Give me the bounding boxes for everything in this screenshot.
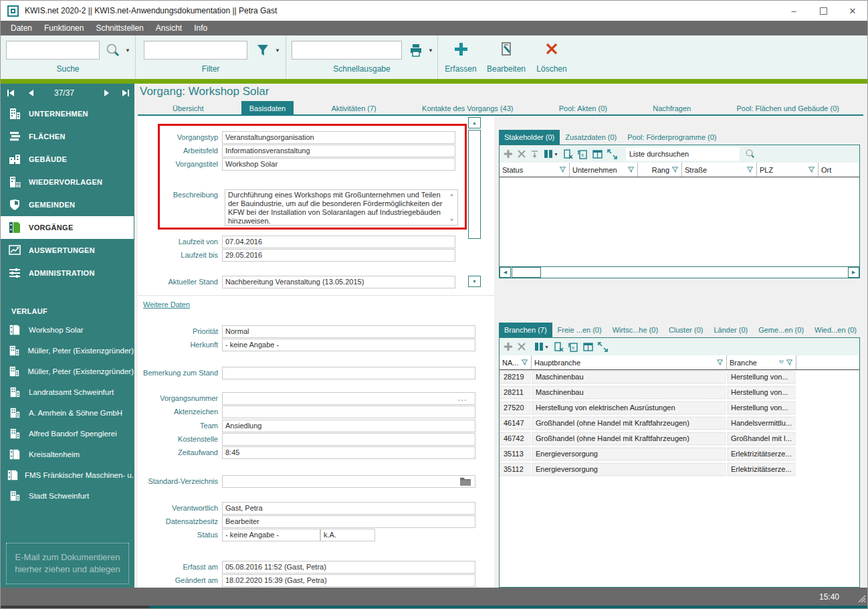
quickoutput-dropdown-caret[interactable]: ▼ xyxy=(428,48,433,54)
table-view-icon[interactable] xyxy=(583,342,593,352)
team-input[interactable] xyxy=(222,420,475,432)
sidebar-item-flaechen[interactable]: FLÄCHEN xyxy=(1,125,134,148)
kostenstelle-input[interactable] xyxy=(222,433,475,446)
status-input[interactable] xyxy=(222,529,320,541)
history-item[interactable]: Müller, Peter (Existenzgründer) xyxy=(1,361,134,381)
zeitaufwand-input[interactable] xyxy=(222,446,475,459)
stakeholder-hscrollbar[interactable]: ◀ ▶ xyxy=(500,266,859,278)
prev-record-icon[interactable] xyxy=(25,87,37,99)
remove-icon[interactable] xyxy=(518,150,526,158)
table-row[interactable]: 35113EnergieversorgungErlektrizitätserze… xyxy=(500,447,857,462)
table-row[interactable]: 35112EnergieversorgungErlektrizitätserze… xyxy=(500,462,857,478)
columns-icon[interactable]: ▼ xyxy=(534,342,549,351)
first-record-icon[interactable] xyxy=(5,87,17,99)
column-header-status[interactable]: Status xyxy=(500,163,570,177)
history-item[interactable]: Alfred Bandorf Spenglerei xyxy=(1,423,134,444)
list-search-input[interactable] xyxy=(626,147,740,161)
fullscreen-icon[interactable] xyxy=(598,342,608,352)
menu-daten[interactable]: Daten xyxy=(5,21,38,35)
laufzeit-von-input[interactable] xyxy=(222,236,455,248)
history-item[interactable]: A. Amrhein & Söhne GmbH xyxy=(1,402,134,423)
table-row[interactable]: 27520Herstellung von elektrischen Ausrüs… xyxy=(500,401,857,416)
scroll-right-icon[interactable]: ▶ xyxy=(848,267,859,278)
remove-column-icon[interactable] xyxy=(554,342,564,352)
column-header-rang[interactable]: Rang xyxy=(638,163,682,177)
excel-export-icon[interactable]: x xyxy=(578,149,588,159)
vorgangstyp-input[interactable] xyxy=(222,131,455,144)
tab-pool-akten[interactable]: Pool: Akten (0) xyxy=(551,101,615,114)
excel-export-icon[interactable]: x xyxy=(568,342,578,352)
textarea-scroll-up-icon[interactable]: ▲ xyxy=(449,192,454,197)
column-header-ort[interactable]: Ort xyxy=(819,163,857,177)
filter-funnel-icon[interactable] xyxy=(255,42,271,60)
table-row[interactable]: 28219MaschinenbauHerstellung von... xyxy=(500,370,857,385)
weitere-daten-link[interactable]: Weitere Daten xyxy=(143,300,190,309)
sidebar-item-gemeinden[interactable]: GEMEINDEN xyxy=(1,193,134,216)
vorgangsnummer-input[interactable] xyxy=(222,392,475,405)
arbeitsfeld-input[interactable] xyxy=(222,145,455,157)
close-button[interactable]: ✕ xyxy=(838,1,867,21)
erfasst-am-input[interactable] xyxy=(222,561,475,574)
more-options-icon[interactable]: ... xyxy=(458,395,467,402)
textarea-scroll-down-icon[interactable]: ▼ xyxy=(449,217,454,222)
scrollbar-thumb[interactable] xyxy=(468,130,481,239)
column-header-plz[interactable]: PLZ xyxy=(757,163,819,177)
tab-cluster[interactable]: Cluster (0) xyxy=(663,323,708,337)
search-icon[interactable] xyxy=(105,42,121,60)
quickoutput-input[interactable] xyxy=(292,41,402,60)
tab-laender[interactable]: Länder (0) xyxy=(708,323,753,337)
menu-ansicht[interactable]: Ansicht xyxy=(150,21,188,35)
tab-pool-foerderprogramme[interactable]: Pool: Förderprogramme (0) xyxy=(622,130,722,145)
maximize-button[interactable] xyxy=(808,1,838,21)
column-header-nace[interactable]: NA... xyxy=(500,355,532,369)
tab-uebersicht[interactable]: Übersicht xyxy=(165,101,211,114)
tab-freie[interactable]: Freie ...en (0) xyxy=(552,323,607,337)
history-item[interactable]: Workshop Solar xyxy=(1,319,134,340)
printer-icon[interactable] xyxy=(408,42,424,60)
table-row[interactable]: 46742Großhandel (ohne Handel mit Kraftfa… xyxy=(500,432,857,447)
menu-info[interactable]: Info xyxy=(188,21,213,35)
bemerkung-input[interactable] xyxy=(222,367,475,379)
menu-schnittstellen[interactable]: Schnittstellen xyxy=(90,21,149,35)
tab-wirtschaftszweige[interactable]: Wirtsc...he (0) xyxy=(607,323,663,337)
last-record-icon[interactable] xyxy=(120,87,132,99)
column-header-hauptbranche[interactable]: Hauptbranche xyxy=(532,355,727,369)
scroll-left-icon[interactable]: ◀ xyxy=(500,267,511,278)
tab-zusatzdaten[interactable]: Zusatzdaten (0) xyxy=(560,130,622,145)
search-input[interactable] xyxy=(6,41,100,60)
scroll-up-icon[interactable]: ▲ xyxy=(468,117,481,128)
tab-aktivitaeten[interactable]: Aktivitäten (7) xyxy=(324,101,385,114)
beschreibung-textarea[interactable]: Durchführung eines Workshops mit Großunt… xyxy=(225,189,458,226)
column-header-unternehmen[interactable]: Unternehmen xyxy=(570,163,638,177)
tab-wiedervorlagen[interactable]: Wied...en (0) xyxy=(809,323,862,337)
email-dropzone[interactable]: E-Mail zum Dokumentieren hierher ziehen … xyxy=(6,543,129,584)
laufzeit-bis-input[interactable] xyxy=(222,249,455,262)
tab-kontakte[interactable]: Kontakte des Vorgangs (43) xyxy=(414,101,521,114)
remove-icon[interactable] xyxy=(518,343,526,351)
scroll-down-icon[interactable]: ▼ xyxy=(468,276,481,287)
verantwortlich-input[interactable] xyxy=(222,502,475,515)
menu-funktionen[interactable]: Funktionen xyxy=(38,21,90,35)
vorgangstitel-input[interactable] xyxy=(222,158,455,171)
table-row[interactable]: 28211MaschinenbauHerstellung von... xyxy=(500,385,857,401)
history-item[interactable]: Müller, Peter (Existenzgründer) xyxy=(1,340,134,361)
columns-icon[interactable]: ▼ xyxy=(544,149,558,159)
sidebar-item-wiedervorlagen[interactable]: WIEDERVORLAGEN xyxy=(1,171,134,193)
aktenzeichen-input[interactable] xyxy=(222,406,475,418)
add-icon[interactable] xyxy=(504,342,513,351)
remove-column-icon[interactable] xyxy=(563,149,573,159)
add-icon[interactable] xyxy=(504,149,513,159)
edit-button[interactable]: Bearbeiten xyxy=(483,35,529,79)
history-item[interactable]: Stadt Schweinfurt xyxy=(1,485,134,506)
geaendert-am-input[interactable] xyxy=(222,574,475,587)
tab-nachfragen[interactable]: Nachfragen xyxy=(645,101,699,114)
tab-gemeinden[interactable]: Geme...en (0) xyxy=(753,323,809,337)
tab-pool-flaechen[interactable]: Pool: Flächen und Gebäude (0) xyxy=(728,101,847,114)
status-detail-input[interactable] xyxy=(320,529,375,541)
history-item[interactable]: FMS Fränkischer Maschinen- u... xyxy=(1,464,134,485)
history-item[interactable]: Landratsamt Schweinfurt xyxy=(1,381,134,402)
create-button[interactable]: Erfassen xyxy=(438,35,483,79)
hscroll-thumb[interactable] xyxy=(512,267,541,278)
tab-stakeholder[interactable]: Stakeholder (0) xyxy=(499,130,560,145)
column-header-branche[interactable]: Branche xyxy=(727,355,796,369)
